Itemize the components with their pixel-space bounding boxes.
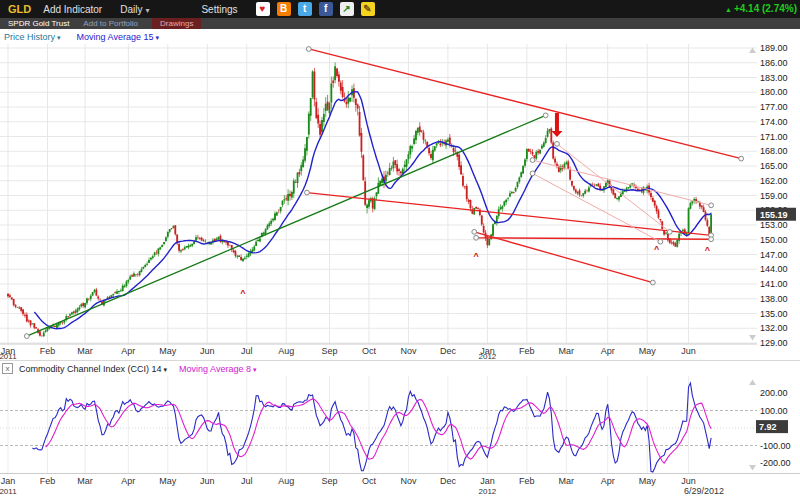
- svg-text:186.00: 186.00: [760, 58, 788, 68]
- svg-text:Jun: Jun: [200, 346, 215, 356]
- facebook-icon[interactable]: f: [319, 2, 333, 16]
- svg-text:2011: 2011: [0, 352, 17, 360]
- chevron-down-icon: ▾: [253, 366, 257, 373]
- svg-text:Jun: Jun: [681, 476, 696, 486]
- line-handle[interactable]: [555, 141, 560, 146]
- line-handle[interactable]: [543, 113, 548, 118]
- axis-scroll-down-icon[interactable]: [749, 335, 756, 341]
- svg-text:153.00: 153.00: [760, 220, 788, 230]
- drawings-tab[interactable]: Drawings: [152, 18, 201, 29]
- trendline-downtrend-resistance[interactable]: [309, 49, 741, 159]
- price-time-axis: Jan2011FebMarAprMayJunJulAugSepOctNovDec…: [0, 346, 696, 360]
- period-dropdown[interactable]: Daily▾: [120, 4, 149, 15]
- blogger-icon[interactable]: B: [277, 2, 291, 16]
- svg-text:135.00: 135.00: [760, 309, 788, 319]
- symbol-label: GLD: [8, 3, 31, 15]
- chevron-down-icon: ▾: [164, 366, 168, 373]
- line-handle[interactable]: [530, 171, 535, 176]
- cci-chart-canvas[interactable]: 200.00100.000.00-100.00-200.007.92: [0, 376, 800, 474]
- cci-gridlines: [0, 376, 800, 474]
- svg-text:Aug: Aug: [278, 346, 294, 356]
- line-handle[interactable]: [709, 203, 714, 208]
- price-history-dropdown[interactable]: Price History▾: [4, 32, 61, 42]
- svg-text:Jun: Jun: [681, 346, 696, 356]
- cci-dropdown[interactable]: Commodity Channel Index (CCI) 14▾: [19, 364, 167, 374]
- line-handle[interactable]: [739, 156, 744, 161]
- svg-text:159.00: 159.00: [760, 191, 788, 201]
- candlesticks: [8, 62, 711, 336]
- line-handle[interactable]: [306, 47, 311, 52]
- line-handle[interactable]: [474, 235, 479, 240]
- symbol-subbar: SPDR Gold Trust Add to Portfolio Drawing…: [0, 18, 800, 29]
- price-chart-canvas[interactable]: ^^^^189.00186.00183.00180.00177.00174.00…: [0, 44, 800, 360]
- period-label: Daily: [120, 4, 142, 15]
- svg-text:132.00: 132.00: [760, 323, 788, 333]
- caret-marker: ^: [473, 251, 479, 261]
- svg-text:2011: 2011: [0, 487, 17, 496]
- add-to-portfolio-button[interactable]: Add to Portfolio: [83, 19, 138, 28]
- svg-text:Oct: Oct: [362, 346, 377, 356]
- change-text: +4.14 (2.74%): [734, 3, 797, 14]
- heart-icon[interactable]: ♥: [256, 2, 270, 16]
- svg-text:147.00: 147.00: [760, 250, 788, 260]
- chart-up-icon[interactable]: ↗: [340, 2, 354, 16]
- twitter-icon[interactable]: t: [298, 2, 312, 16]
- svg-text:180.00: 180.00: [760, 87, 788, 97]
- chevron-down-icon: ▾: [57, 34, 61, 41]
- svg-text:-100.00: -100.00: [760, 441, 791, 451]
- line-handle[interactable]: [667, 229, 672, 234]
- trendline-channel-upper[interactable]: [533, 160, 712, 205]
- axis-scroll-up-icon[interactable]: [749, 380, 756, 386]
- chevron-down-icon: ▾: [155, 34, 159, 41]
- svg-text:177.00: 177.00: [760, 102, 788, 112]
- trendline-channel-lower[interactable]: [533, 173, 661, 241]
- line-handle[interactable]: [24, 334, 29, 339]
- cci-ma-dropdown[interactable]: Moving Average 8▾: [179, 364, 256, 374]
- svg-text:189.00: 189.00: [760, 44, 788, 53]
- ma15-dropdown[interactable]: Moving Average 15▾: [77, 32, 159, 42]
- svg-text:Sep: Sep: [321, 346, 337, 356]
- line-handle[interactable]: [472, 229, 477, 234]
- svg-text:Jan: Jan: [480, 476, 495, 486]
- line-handle[interactable]: [650, 280, 655, 285]
- down-arrow-marker[interactable]: [551, 113, 562, 137]
- svg-text:165.00: 165.00: [760, 161, 788, 171]
- cci-pane-header: x Commodity Channel Index (CCI) 14▾ Movi…: [0, 360, 800, 376]
- svg-text:Jul: Jul: [241, 346, 253, 356]
- close-pane-button[interactable]: x: [2, 363, 13, 374]
- trendline-mid-channel[interactable]: [307, 193, 711, 236]
- price-pane-header: Price History▾ Moving Average 15▾: [0, 29, 800, 44]
- settings-button[interactable]: Settings: [201, 4, 237, 15]
- svg-text:183.00: 183.00: [760, 73, 788, 83]
- svg-text:7.92: 7.92: [759, 422, 777, 432]
- svg-text:171.00: 171.00: [760, 132, 788, 142]
- svg-text:2012: 2012: [479, 487, 497, 496]
- svg-text:2012: 2012: [479, 352, 497, 360]
- axis-scroll-down-icon[interactable]: [749, 465, 756, 471]
- svg-text:Feb: Feb: [519, 346, 535, 356]
- svg-text:Mar: Mar: [77, 476, 93, 486]
- svg-text:138.00: 138.00: [760, 294, 788, 304]
- svg-text:100.00: 100.00: [760, 406, 788, 416]
- svg-text:May: May: [159, 476, 177, 486]
- chevron-down-icon: ▾: [145, 6, 149, 15]
- note-icon[interactable]: ✎: [361, 2, 375, 16]
- line-handle[interactable]: [709, 237, 714, 242]
- svg-text:Nov: Nov: [400, 346, 417, 356]
- svg-text:Dec: Dec: [440, 476, 457, 486]
- add-indicator-button[interactable]: Add Indicator: [43, 4, 102, 15]
- svg-text:Jan: Jan: [1, 476, 16, 486]
- last-date-label: 6/29/2012: [684, 486, 724, 496]
- drawing-annotations[interactable]: ^^^^: [24, 47, 743, 339]
- svg-text:162.00: 162.00: [760, 176, 788, 186]
- line-handle[interactable]: [305, 190, 310, 195]
- line-handle[interactable]: [530, 158, 535, 163]
- svg-text:May: May: [639, 476, 657, 486]
- cci-label-text: Commodity Channel Index (CCI) 14: [19, 364, 162, 374]
- trendline-support-horizontal[interactable]: [476, 238, 711, 239]
- svg-text:Feb: Feb: [40, 476, 56, 486]
- charting-app: GLD Add Indicator Daily▾ Settings ♥ B t …: [0, 0, 800, 501]
- instrument-name: SPDR Gold Trust: [8, 19, 69, 28]
- ma15-label: Moving Average 15: [77, 32, 154, 42]
- svg-text:-200.00: -200.00: [760, 458, 791, 468]
